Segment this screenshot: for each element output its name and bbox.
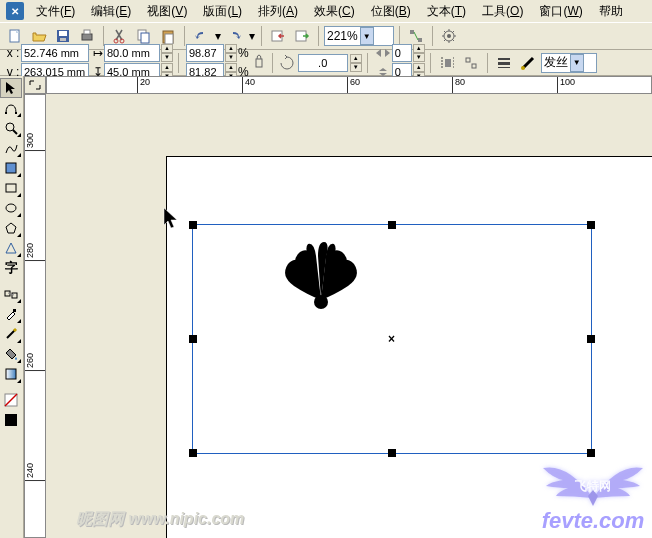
x-position-input[interactable] bbox=[21, 44, 89, 62]
svg-rect-18 bbox=[256, 59, 262, 67]
freehand-tool[interactable] bbox=[0, 138, 22, 158]
ruler-origin[interactable] bbox=[24, 76, 46, 94]
property-bar: x : y : ↦▲▼ ↧▲▼ ▲▼% ▲▼% ▲▼ ▲▼ ▲▼ 发丝 ▼ bbox=[0, 50, 652, 76]
svg-rect-26 bbox=[5, 112, 7, 114]
svg-point-38 bbox=[314, 295, 328, 309]
selection-handle-se[interactable] bbox=[587, 449, 595, 457]
no-fill-swatch[interactable] bbox=[0, 390, 22, 410]
smart-fill-tool[interactable] bbox=[0, 158, 22, 178]
svg-rect-23 bbox=[498, 62, 510, 65]
svg-rect-24 bbox=[498, 67, 510, 68]
svg-rect-21 bbox=[472, 64, 476, 68]
dropdown-arrow-icon: ▼ bbox=[570, 54, 584, 72]
svg-rect-33 bbox=[12, 293, 17, 298]
vertical-ruler[interactable]: 300 280 260 240 bbox=[24, 94, 46, 538]
separator bbox=[487, 53, 488, 73]
ruler-tick: 80 bbox=[452, 77, 465, 93]
spinner[interactable]: ▲▼ bbox=[350, 54, 362, 72]
menu-window[interactable]: 窗口(W) bbox=[531, 1, 590, 22]
selection-handle-sw[interactable] bbox=[189, 449, 197, 457]
wrap-flow-button[interactable] bbox=[436, 52, 458, 74]
lock-ratio-button[interactable] bbox=[251, 47, 267, 79]
pick-tool[interactable] bbox=[0, 78, 22, 98]
basic-shapes-tool[interactable] bbox=[0, 238, 22, 258]
menu-file[interactable]: 文件(F) bbox=[28, 1, 83, 22]
color-swatch[interactable] bbox=[0, 410, 22, 430]
export-button[interactable] bbox=[291, 25, 313, 47]
ruler-tick: 20 bbox=[137, 77, 150, 93]
menu-text[interactable]: 文本(T) bbox=[419, 1, 474, 22]
svg-rect-30 bbox=[6, 184, 16, 192]
spinner[interactable]: ▲▼ bbox=[225, 44, 237, 62]
menu-tools[interactable]: 工具(O) bbox=[474, 1, 531, 22]
width-icon: ↦ bbox=[93, 46, 103, 60]
mirror-h-icon[interactable] bbox=[375, 48, 391, 58]
svg-point-28 bbox=[6, 123, 14, 131]
app-icon: ✕ bbox=[6, 2, 24, 20]
zoom-value: 221% bbox=[327, 29, 358, 43]
text-tool[interactable]: 字 bbox=[0, 258, 22, 278]
ruler-tick: 300 bbox=[25, 133, 45, 151]
undo-dropdown[interactable]: ▾ bbox=[214, 29, 222, 43]
svg-rect-3 bbox=[60, 38, 66, 41]
selection-rectangle[interactable]: × bbox=[192, 224, 592, 454]
svg-rect-34 bbox=[13, 309, 16, 312]
spinner[interactable]: ▲▼ bbox=[161, 44, 173, 62]
svg-rect-11 bbox=[165, 34, 173, 44]
ellipse-tool[interactable] bbox=[0, 198, 22, 218]
rectangle-tool[interactable] bbox=[0, 178, 22, 198]
separator bbox=[184, 26, 185, 46]
shape-tool[interactable] bbox=[0, 98, 22, 118]
menu-help[interactable]: 帮助 bbox=[591, 1, 631, 22]
outline-tool[interactable] bbox=[0, 324, 22, 344]
selection-handle-e[interactable] bbox=[587, 335, 595, 343]
drawing-canvas[interactable]: × bbox=[46, 94, 652, 538]
menu-effects[interactable]: 效果(C) bbox=[306, 1, 363, 22]
selection-handle-nw[interactable] bbox=[189, 221, 197, 229]
scale-x-input[interactable] bbox=[186, 44, 224, 62]
interactive-fill-tool[interactable] bbox=[0, 364, 22, 384]
options-button[interactable] bbox=[438, 25, 460, 47]
align-group-button[interactable] bbox=[460, 52, 482, 74]
svg-rect-4 bbox=[82, 34, 92, 40]
fan-shape-object[interactable] bbox=[276, 242, 366, 312]
menu-bitmap[interactable]: 位图(B) bbox=[363, 1, 419, 22]
menu-arrange[interactable]: 排列(A) bbox=[250, 1, 306, 22]
blend-tool[interactable] bbox=[0, 284, 22, 304]
separator bbox=[178, 53, 179, 73]
outline-pen-button[interactable] bbox=[493, 52, 515, 74]
fill-tool[interactable] bbox=[0, 344, 22, 364]
cursor-icon bbox=[163, 207, 181, 231]
selection-handle-s[interactable] bbox=[388, 449, 396, 457]
svg-point-17 bbox=[447, 34, 451, 38]
menu-edit[interactable]: 编辑(E) bbox=[83, 1, 139, 22]
ruler-tick: 100 bbox=[557, 77, 575, 93]
spinner[interactable]: ▲▼ bbox=[413, 44, 425, 62]
zoom-tool[interactable] bbox=[0, 118, 22, 138]
svg-rect-29 bbox=[6, 163, 16, 173]
separator bbox=[399, 26, 400, 46]
separator bbox=[272, 53, 273, 73]
svg-rect-5 bbox=[84, 30, 90, 34]
width-input[interactable] bbox=[104, 44, 160, 62]
import-button[interactable] bbox=[267, 25, 289, 47]
outline-color-button[interactable] bbox=[517, 52, 539, 74]
rotation-input[interactable] bbox=[298, 54, 348, 72]
selection-handle-ne[interactable] bbox=[587, 221, 595, 229]
zoom-combo[interactable]: 221% ▼ bbox=[324, 26, 394, 46]
eyedropper-tool[interactable] bbox=[0, 304, 22, 324]
horizontal-ruler[interactable]: 20 40 60 80 100 bbox=[46, 76, 652, 94]
menu-view[interactable]: 视图(V) bbox=[139, 1, 195, 22]
selection-handle-w[interactable] bbox=[189, 335, 197, 343]
outline-width-combo[interactable]: 发丝 ▼ bbox=[541, 53, 597, 73]
menu-bar: ✕ 文件(F) 编辑(E) 视图(V) 版面(L) 排列(A) 效果(C) 位图… bbox=[0, 0, 652, 22]
rotation-icon bbox=[278, 54, 296, 72]
canvas-area: 20 40 60 80 100 300 280 260 240 bbox=[24, 76, 652, 538]
offset-x-input[interactable] bbox=[392, 44, 412, 62]
selection-handle-n[interactable] bbox=[388, 221, 396, 229]
svg-rect-14 bbox=[410, 30, 414, 34]
menu-layout[interactable]: 版面(L) bbox=[195, 1, 250, 22]
polygon-tool[interactable] bbox=[0, 218, 22, 238]
ruler-tick: 240 bbox=[25, 463, 45, 481]
redo-dropdown[interactable]: ▾ bbox=[248, 29, 256, 43]
